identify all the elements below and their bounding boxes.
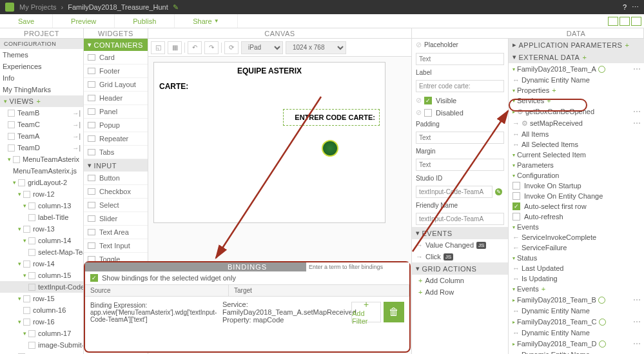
team-b-entity[interactable]: ▸FamilyDay2018_Team_B⋯ <box>509 294 644 306</box>
widget-header[interactable]: Header <box>84 92 148 105</box>
experiences-item[interactable]: Experiences <box>0 61 83 72</box>
service-complete-event[interactable]: ←ServiceInvokeComplete <box>509 232 644 242</box>
team-a-view[interactable]: TeamA→| <box>0 130 83 142</box>
studio-id-input[interactable] <box>416 186 493 198</box>
disabled-checkbox[interactable] <box>424 109 432 117</box>
thingmarks-item[interactable]: My ThingMarks <box>0 84 83 95</box>
invoke-startup-check[interactable]: Invoke On Startup <box>509 181 644 191</box>
team-b-view[interactable]: TeamB→| <box>0 107 83 119</box>
is-updating-item[interactable]: ↔Is Updating <box>509 273 644 284</box>
row-12-item[interactable]: row-12 <box>0 188 83 200</box>
widget-slider[interactable]: Slider <box>84 212 148 226</box>
gridlayout-item[interactable]: gridLayout-2 <box>0 177 83 188</box>
add-row-button[interactable]: +Add Row <box>412 286 508 298</box>
properties-node[interactable]: ▾Properties+ <box>509 85 644 95</box>
view-layout-1-icon[interactable] <box>608 17 618 26</box>
canvas-btn-1[interactable]: ◱ <box>151 41 165 54</box>
all-items-node[interactable]: ↔All Items <box>509 129 644 139</box>
last-updated-item[interactable]: ↔Last Updated <box>509 263 644 273</box>
widget-popup[interactable]: Popup <box>84 119 148 132</box>
team-d-dyn[interactable]: ↔Dynamic Entity Name <box>509 349 644 354</box>
team-c-dyn[interactable]: ↔Dynamic Entity Name <box>509 328 644 338</box>
widget-tabs[interactable]: Tabs <box>84 146 148 159</box>
code-input-widget[interactable]: ENTRER CODE CARTE: <box>283 109 380 126</box>
service-getbox[interactable]: ▸⚙getBoxCanBeOpened⋯ <box>509 106 644 117</box>
team-d-entity[interactable]: ▸FamilyDay2018_Team_D⋯ <box>509 338 644 349</box>
label-input[interactable] <box>416 80 504 92</box>
resolution-select[interactable]: 1024 x 768 <box>286 41 346 54</box>
team-c-entity[interactable]: ▸FamilyDay2018_Team_C⋯ <box>509 316 644 328</box>
undo-button[interactable]: ↶ <box>188 41 202 54</box>
visible-checkbox[interactable]: ✓ <box>424 97 432 104</box>
breadcrumb-root[interactable]: My Projects <box>19 3 56 11</box>
canvas-btn-2[interactable]: ▦ <box>168 41 182 54</box>
label-title-item[interactable]: label-Title <box>0 211 83 223</box>
widget-card[interactable]: Card <box>84 51 148 64</box>
help-icon[interactable]: ? <box>623 3 627 12</box>
row-16-item[interactable]: row-16 <box>0 316 83 328</box>
auto-refresh-check[interactable]: Auto-refresh <box>509 211 644 222</box>
padding-input[interactable] <box>416 132 504 144</box>
placeholder-input[interactable] <box>416 53 504 65</box>
current-selected-node[interactable]: ▾Current Selected Item <box>509 150 644 160</box>
widget-panel[interactable]: Panel <box>84 105 148 119</box>
preview-button[interactable]: Preview <box>53 14 115 28</box>
add-filter-button[interactable]: +Add Filter <box>351 302 381 322</box>
image-submit-item[interactable]: image-Submit-TeamA <box>0 339 83 351</box>
click-event[interactable]: →ClickJS <box>412 251 508 262</box>
team-b-dyn[interactable]: ↔Dynamic Entity Name <box>509 306 644 316</box>
publish-button[interactable]: Publish <box>115 14 175 28</box>
device-select[interactable]: iPad <box>241 41 283 54</box>
bindings-filter-input[interactable] <box>306 262 409 271</box>
events-node[interactable]: ▾Events <box>509 222 644 232</box>
menu-icon[interactable]: ⋯ <box>632 3 639 12</box>
widget-textarea[interactable]: Text Area <box>84 226 148 239</box>
save-button[interactable]: Save <box>0 14 53 28</box>
themes-item[interactable]: Themes <box>0 49 83 61</box>
row-15-item[interactable]: row-15 <box>0 293 83 304</box>
events2-node[interactable]: ▾Events+ <box>509 284 644 294</box>
widget-checkbox[interactable]: Checkbox <box>84 185 148 199</box>
value-changed-event[interactable]: →Value ChangedJS <box>412 239 508 251</box>
widget-button[interactable]: Button <box>84 172 148 185</box>
column-14-item[interactable]: column-14 <box>0 235 83 246</box>
margin-input[interactable] <box>416 159 504 171</box>
column-16-item[interactable]: column-16 <box>0 304 83 316</box>
column-15-item[interactable]: column-15 <box>0 270 83 281</box>
studio-id-link-icon[interactable]: ✎ <box>495 188 502 195</box>
delete-binding-button[interactable]: 🗑 <box>384 302 404 322</box>
textinput-code-item[interactable]: textInput-Code-TeamA <box>0 281 83 293</box>
widget-select[interactable]: Select <box>84 199 148 212</box>
widget-repeater[interactable]: Repeater <box>84 132 148 146</box>
select-map-item[interactable]: select-Map-TeamA <box>0 246 83 258</box>
redo-button[interactable]: ↷ <box>204 41 219 54</box>
friendly-name-input[interactable] <box>416 213 504 225</box>
all-selected-items-node[interactable]: ↔All Selected Items <box>509 139 644 150</box>
column-13-item[interactable]: column-13 <box>0 200 83 211</box>
share-button[interactable]: Share ▼ <box>175 14 237 28</box>
widget-grid-layout[interactable]: Grid Layout <box>84 78 148 92</box>
add-column-button[interactable]: +Add Column <box>412 275 508 286</box>
menu-js-item[interactable]: MenuTeamAsterix.js <box>0 165 83 177</box>
breadcrumb-project[interactable]: FamilyDay2018_Treasure_Hunt <box>68 3 168 11</box>
team-a-entity[interactable]: ▾FamilyDay2018_Team_A⋯ <box>509 63 644 75</box>
rotate-button[interactable]: ⟳ <box>224 41 239 54</box>
parameters-node[interactable]: ▾Parameters <box>509 160 644 170</box>
widget-footer[interactable]: Footer <box>84 64 148 78</box>
services-node[interactable]: ▾Services+ <box>509 95 644 106</box>
auto-select-check[interactable]: ✓Auto-select first row <box>509 201 644 211</box>
team-d-view[interactable]: TeamD→| <box>0 142 83 153</box>
dynamic-entity-name[interactable]: ↔Dynamic Entity Name <box>509 75 644 85</box>
show-selected-checkbox[interactable]: ✓ <box>90 274 98 282</box>
configuration-node[interactable]: ▾Configuration <box>509 170 644 181</box>
column-17-item[interactable]: column-17 <box>0 328 83 339</box>
invoke-entity-check[interactable]: Invoke On Entity Change <box>509 191 644 201</box>
status-node[interactable]: ▾Status <box>509 253 644 263</box>
popup-success-item[interactable]: popup-Succes-TeamA <box>0 351 83 354</box>
info-item[interactable]: Info <box>0 72 83 84</box>
service-failure-event[interactable]: ←ServiceFailure <box>509 242 644 253</box>
view-layout-2-icon[interactable] <box>620 17 630 26</box>
view-layout-3-icon[interactable] <box>631 17 641 26</box>
widget-textinput[interactable]: Text Input <box>84 239 148 253</box>
row-13-item[interactable]: row-13 <box>0 223 83 235</box>
